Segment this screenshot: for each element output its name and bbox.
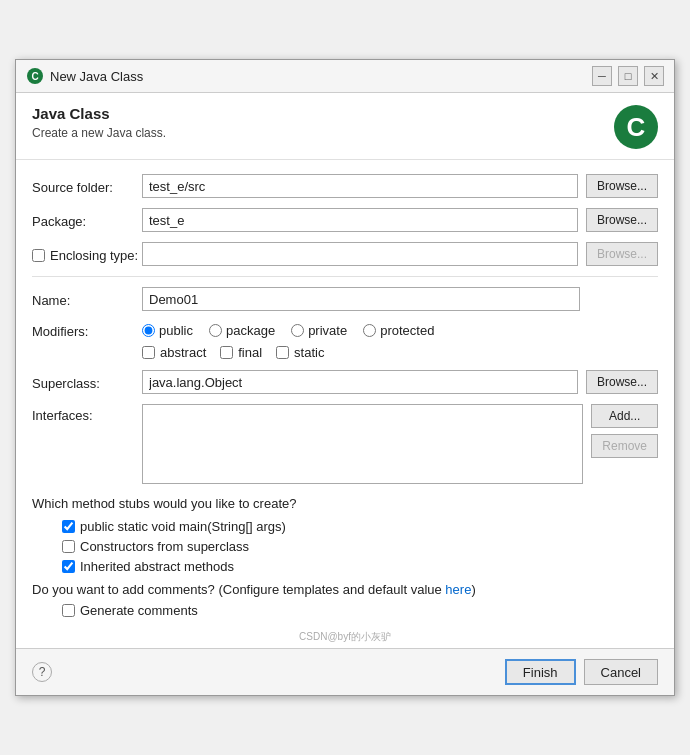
name-label: Name:: [32, 290, 142, 308]
dialog-body: Source folder: Browse... Package: Browse…: [16, 160, 674, 628]
source-folder-row: Source folder: Browse...: [32, 174, 658, 198]
main-method-label[interactable]: public static void main(String[] args): [62, 519, 658, 534]
cancel-button[interactable]: Cancel: [584, 659, 658, 685]
interfaces-row: Interfaces: Add... Remove: [32, 404, 658, 484]
constructors-text: Constructors from superclass: [80, 539, 249, 554]
inherited-methods-label[interactable]: Inherited abstract methods: [62, 559, 658, 574]
abstract-checkbox[interactable]: [142, 346, 155, 359]
static-label[interactable]: static: [276, 345, 324, 360]
eclipse-logo: C: [614, 105, 658, 149]
watermark: CSDN@byf的小灰驴: [16, 628, 674, 648]
comments-question-after: ): [471, 582, 475, 597]
main-method-checkbox[interactable]: [62, 520, 75, 533]
modifier-public-label[interactable]: public: [142, 323, 193, 338]
superclass-row: Superclass: Browse...: [32, 370, 658, 394]
interfaces-remove-button[interactable]: Remove: [591, 434, 658, 458]
comments-section: Do you want to add comments? (Configure …: [32, 582, 658, 618]
modifier-private-text: private: [308, 323, 347, 338]
svg-text:C: C: [31, 71, 38, 82]
source-folder-input[interactable]: [142, 174, 578, 198]
divider-1: [32, 276, 658, 277]
dialog-subtitle: Create a new Java class.: [32, 126, 166, 140]
comments-question-before: Do you want to add comments? (Configure …: [32, 582, 445, 597]
superclass-browse-button[interactable]: Browse...: [586, 370, 658, 394]
header-text: Java Class Create a new Java class.: [32, 105, 166, 140]
dialog-header: Java Class Create a new Java class. C: [16, 93, 674, 160]
package-input[interactable]: [142, 208, 578, 232]
enclosing-type-label-area: Enclosing type:: [32, 245, 142, 263]
close-button[interactable]: ✕: [644, 66, 664, 86]
generate-comments-text: Generate comments: [80, 603, 198, 618]
modifiers-row: Modifiers: public package private protec…: [32, 321, 658, 339]
modifier-package-label[interactable]: package: [209, 323, 275, 338]
enclosing-type-row: Enclosing type: Browse...: [32, 242, 658, 266]
footer-left: ?: [32, 662, 497, 682]
restore-button[interactable]: □: [618, 66, 638, 86]
abstract-label[interactable]: abstract: [142, 345, 206, 360]
eclipse-small-icon: C: [26, 67, 44, 85]
dialog-title-bar-text: New Java Class: [50, 69, 143, 84]
generate-comments-checkbox[interactable]: [62, 604, 75, 617]
name-input[interactable]: [142, 287, 580, 311]
modifier-package-radio[interactable]: [209, 324, 222, 337]
modifier-private-radio[interactable]: [291, 324, 304, 337]
finish-button[interactable]: Finish: [505, 659, 576, 685]
package-browse-button[interactable]: Browse...: [586, 208, 658, 232]
final-checkbox[interactable]: [220, 346, 233, 359]
title-bar: C New Java Class ─ □ ✕: [16, 60, 674, 93]
abstract-text: abstract: [160, 345, 206, 360]
modifier-public-text: public: [159, 323, 193, 338]
help-button[interactable]: ?: [32, 662, 52, 682]
comments-question-text: Do you want to add comments? (Configure …: [32, 582, 658, 597]
stubs-options: public static void main(String[] args) C…: [62, 519, 658, 574]
dialog-footer: ? Finish Cancel: [16, 648, 674, 695]
main-method-text: public static void main(String[] args): [80, 519, 286, 534]
superclass-label: Superclass:: [32, 373, 142, 391]
final-text: final: [238, 345, 262, 360]
name-row: Name:: [32, 287, 658, 311]
inherited-methods-checkbox[interactable]: [62, 560, 75, 573]
package-label: Package:: [32, 211, 142, 229]
final-label[interactable]: final: [220, 345, 262, 360]
modifiers-radio-group: public package private protected: [142, 323, 434, 338]
interfaces-label: Interfaces:: [32, 404, 142, 423]
constructors-checkbox[interactable]: [62, 540, 75, 553]
interfaces-textarea[interactable]: [142, 404, 583, 484]
modifier-protected-text: protected: [380, 323, 434, 338]
interfaces-add-button[interactable]: Add...: [591, 404, 658, 428]
modifier-protected-label[interactable]: protected: [363, 323, 434, 338]
modifier-private-label[interactable]: private: [291, 323, 347, 338]
modifier-package-text: package: [226, 323, 275, 338]
title-bar-controls: ─ □ ✕: [592, 66, 664, 86]
comments-here-link[interactable]: here: [445, 582, 471, 597]
generate-comments-label[interactable]: Generate comments: [62, 603, 658, 618]
source-folder-label: Source folder:: [32, 177, 142, 195]
new-java-class-dialog: C New Java Class ─ □ ✕ Java Class Create…: [15, 59, 675, 696]
modifiers-label: Modifiers:: [32, 321, 142, 339]
stubs-section: Which method stubs would you like to cre…: [32, 496, 658, 574]
inherited-methods-text: Inherited abstract methods: [80, 559, 234, 574]
minimize-button[interactable]: ─: [592, 66, 612, 86]
interfaces-buttons: Add... Remove: [591, 404, 658, 458]
enclosing-type-label-text: Enclosing type:: [50, 248, 138, 263]
dialog-main-title: Java Class: [32, 105, 166, 122]
modifier-protected-radio[interactable]: [363, 324, 376, 337]
enclosing-type-browse-button[interactable]: Browse...: [586, 242, 658, 266]
enclosing-type-input[interactable]: [142, 242, 578, 266]
modifier-checkboxes-row: abstract final static: [142, 345, 658, 360]
static-text: static: [294, 345, 324, 360]
source-folder-browse-button[interactable]: Browse...: [586, 174, 658, 198]
stubs-question-text: Which method stubs would you like to cre…: [32, 496, 658, 511]
package-row: Package: Browse...: [32, 208, 658, 232]
superclass-input[interactable]: [142, 370, 578, 394]
static-checkbox[interactable]: [276, 346, 289, 359]
generate-comments-area: Generate comments: [62, 603, 658, 618]
modifier-public-radio[interactable]: [142, 324, 155, 337]
enclosing-type-checkbox[interactable]: [32, 249, 45, 262]
title-bar-left: C New Java Class: [26, 67, 143, 85]
constructors-label[interactable]: Constructors from superclass: [62, 539, 658, 554]
